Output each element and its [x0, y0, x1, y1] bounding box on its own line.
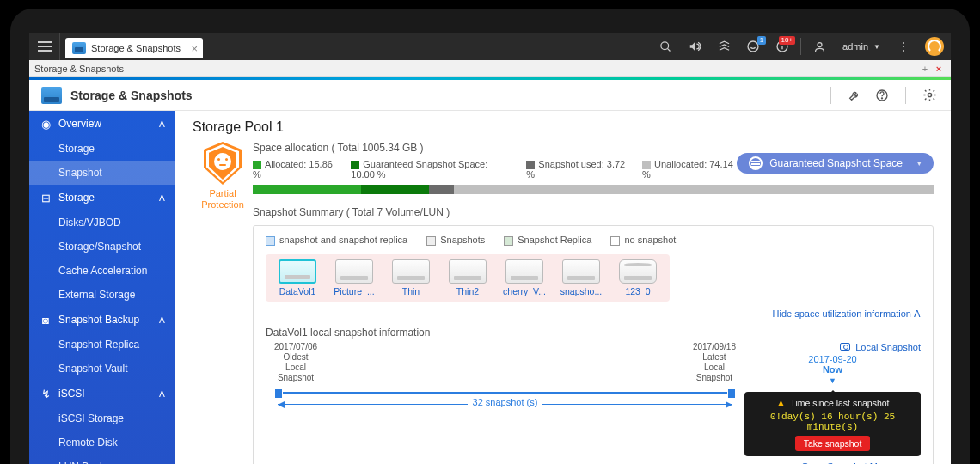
svg-point-9 — [928, 93, 931, 96]
chevron-up-icon: ᐱ — [159, 119, 165, 129]
sidebar-group-overview[interactable]: ◉Overviewᐱ — [29, 111, 175, 137]
drive-icon — [449, 259, 487, 284]
timeline-title: DataVol1 local snapshot information — [266, 327, 921, 339]
svg-point-8 — [881, 97, 882, 98]
drive-icon — [279, 259, 316, 284]
time-since-snapshot-tooltip: ▲Time since last snapshot 0!day(s) 16 ho… — [744, 392, 921, 456]
storage-icon — [72, 42, 86, 54]
close-button[interactable]: × — [932, 64, 946, 74]
hide-utilization-link[interactable]: Hide space utilization information ᐱ — [266, 308, 921, 320]
drive-icon — [335, 259, 373, 284]
sidebar-group-snapshot-backup[interactable]: ◙Snapshot Backupᐱ — [29, 307, 175, 333]
dropdown-caret-icon: ▾ — [910, 159, 922, 168]
close-icon[interactable]: × — [191, 42, 198, 55]
app-header: Storage & Snapshots — [29, 80, 951, 111]
sidebar-item-storage[interactable]: Storage — [29, 137, 175, 161]
protection-status: PartialProtection — [193, 188, 253, 211]
drive-icon — [392, 259, 430, 284]
sidebar-item-lun-backup[interactable]: LUN Backup — [29, 455, 175, 464]
warning-icon: ▲ — [775, 397, 786, 409]
volume-item[interactable]: Thin — [388, 259, 434, 296]
summary-title: Snapshot Summary ( Total 7 Volume/LUN ) — [253, 206, 934, 218]
more-icon[interactable]: ⋮ — [889, 33, 918, 60]
maximize-button[interactable]: + — [918, 64, 932, 74]
database-icon — [749, 156, 763, 170]
iscsi-icon: ↯ — [40, 388, 52, 400]
main-content: Storage Pool 1 PartialProtection Space a… — [175, 111, 951, 464]
snapshot-count: 32 snapshot (s) — [468, 397, 543, 407]
sidebar: ◉Overviewᐱ Storage Snapshot ⊟Storageᐱ Di… — [29, 111, 175, 464]
notification-badge: 1 — [757, 36, 766, 45]
volume-list: DataVol1 Picture_... Thin Thin2 cherry_V… — [266, 254, 670, 302]
window-titlebar: Storage & Snapshots — + × — [29, 60, 951, 77]
search-icon[interactable] — [651, 33, 680, 60]
snapshot-legend: snapshot and snapshot replica Snapshots … — [266, 235, 921, 246]
volume-item[interactable]: Thin2 — [444, 259, 491, 296]
sidebar-item-snapshot[interactable]: Snapshot — [29, 161, 175, 185]
dashboard-gauge-icon[interactable] — [925, 37, 944, 56]
snapshot-summary-panel: snapshot and snapshot replica Snapshots … — [253, 225, 934, 464]
volume-icon[interactable] — [680, 33, 709, 60]
volume-item[interactable]: cherry_V... — [501, 259, 548, 296]
chevron-up-icon: ᐱ — [159, 193, 165, 203]
chevron-up-icon: ᐱ — [159, 389, 165, 399]
allocation-legend: Allocated: 15.86 % Guaranteed Snapshot S… — [253, 159, 737, 180]
snapshot-timeline: 2017/07/06Oldest Local Snapshot 2017/09/… — [266, 342, 744, 464]
local-snapshot-label: Local Snapshot — [744, 342, 921, 352]
drive-icon — [505, 259, 543, 284]
drive-icon — [562, 259, 600, 284]
notification-icon[interactable]: 1 — [738, 33, 768, 60]
sidebar-group-iscsi[interactable]: ↯iSCSIᐱ — [29, 381, 175, 406]
settings-gear-icon[interactable] — [920, 86, 939, 105]
caret-down-icon: ▼ — [829, 376, 836, 385]
sidebar-group-storage[interactable]: ⊟Storageᐱ — [29, 185, 175, 211]
chevron-up-icon: ᐱ — [159, 315, 165, 325]
take-snapshot-button[interactable]: Take snapshot — [795, 436, 871, 451]
app-title: Storage & Snapshots — [70, 89, 193, 102]
volume-item[interactable]: DataVol1 — [274, 259, 321, 296]
sidebar-item-replica[interactable]: Snapshot Replica — [29, 333, 175, 357]
sidebar-item-storage-snapshot[interactable]: Storage/Snapshot — [29, 235, 175, 259]
protection-shield-icon — [204, 142, 242, 185]
allocation-title: Space allocation ( Total 1005.34 GB ) — [253, 142, 737, 154]
chevron-down-icon: ▼ — [873, 43, 880, 51]
elapsed-time: 0!day(s) 16 hour(s) 25 minute(s) — [751, 412, 914, 432]
stack-icon[interactable] — [709, 33, 738, 60]
sidebar-item-disks[interactable]: Disks/VJBOD — [29, 211, 175, 235]
info-icon[interactable]: 10+ — [768, 33, 797, 60]
app-tab[interactable]: Storage & Snapshots × — [65, 38, 203, 58]
sidebar-item-vault[interactable]: Snapshot Vault — [29, 357, 175, 381]
sidebar-item-external[interactable]: External Storage — [29, 283, 175, 307]
svg-line-1 — [667, 48, 670, 51]
lun-icon — [619, 259, 657, 284]
chevron-up-icon: ᐱ — [914, 308, 921, 319]
storage-app-icon — [41, 87, 62, 104]
sidebar-item-cache[interactable]: Cache Acceleration — [29, 259, 175, 283]
volume-item[interactable]: Picture_... — [331, 259, 377, 296]
camera-icon: ◙ — [40, 314, 52, 326]
storage-group-icon: ⊟ — [40, 192, 52, 204]
help-icon[interactable] — [873, 86, 891, 105]
volume-item[interactable]: 123_0 — [615, 259, 661, 296]
tab-label: Storage & Snapshots — [91, 43, 181, 53]
system-topbar: Storage & Snapshots × 1 10+ admin▼ ⋮ — [29, 33, 951, 60]
camera-icon — [840, 343, 850, 351]
now-date: 2017-09-20Now▼ — [744, 354, 921, 385]
svg-point-0 — [660, 41, 668, 49]
pool-title: Storage Pool 1 — [193, 119, 934, 135]
menu-icon[interactable] — [29, 33, 60, 60]
sidebar-item-remote-disk[interactable]: Remote Disk — [29, 430, 175, 455]
user-menu[interactable]: admin▼ — [834, 41, 889, 52]
info-badge: 10+ — [779, 36, 796, 45]
overview-icon: ◉ — [40, 118, 52, 130]
minimize-button[interactable]: — — [904, 64, 918, 74]
user-icon[interactable] — [805, 33, 834, 60]
svg-point-6 — [818, 42, 822, 46]
allocation-bar — [253, 185, 934, 194]
window-title: Storage & Snapshots — [34, 64, 124, 74]
volume-item[interactable]: snapsho... — [558, 259, 604, 296]
guaranteed-snapshot-space-button[interactable]: Guaranteed Snapshot Space ▾ — [737, 153, 934, 174]
sidebar-item-iscsi-storage[interactable]: iSCSI Storage — [29, 406, 175, 430]
tools-icon[interactable] — [845, 86, 864, 105]
